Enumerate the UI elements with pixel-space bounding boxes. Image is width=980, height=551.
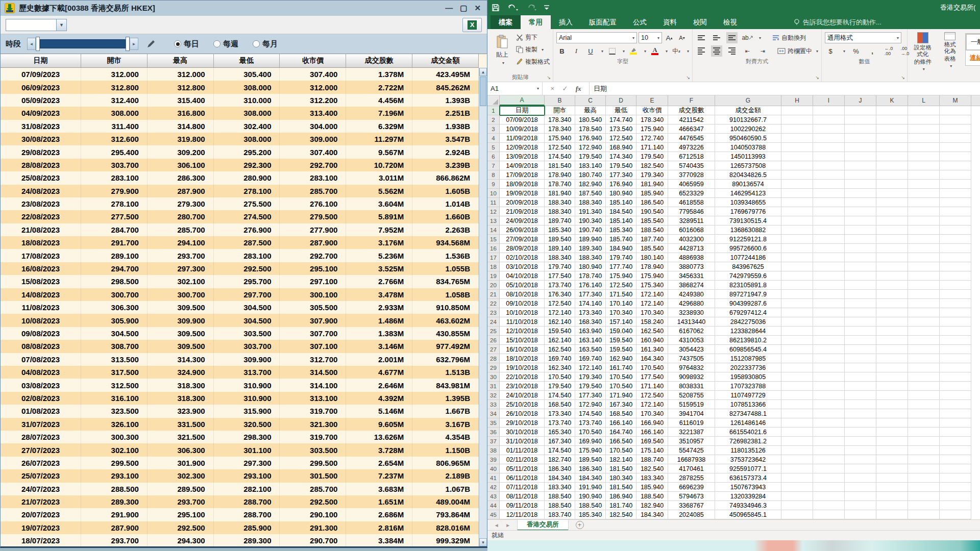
cell[interactable]: 4211542 [668,115,715,124]
cell[interactable]: 190.540 [636,207,668,216]
cell[interactable]: 190.340 [575,216,606,226]
cell[interactable] [908,180,940,189]
cell[interactable]: 4618558 [668,198,715,207]
table-row[interactable]: 15/08/2023 298.500 302.100 295.700 297.1… [1,275,479,288]
cell[interactable] [813,327,845,336]
cell[interactable]: 174.540 [545,391,575,400]
cell[interactable]: 162.540 [545,345,575,354]
cell[interactable] [813,446,845,455]
cell[interactable]: 168.540 [545,400,575,409]
cell[interactable] [845,473,876,483]
cell[interactable]: 181.740 [606,501,636,510]
cell[interactable]: 07/11/2018 [500,483,545,492]
cell[interactable]: 174.140 [575,299,606,308]
cell[interactable] [908,134,940,143]
cell[interactable] [908,455,940,464]
cell[interactable] [908,492,940,501]
cell[interactable] [781,106,813,115]
font-name-select[interactable]: Arial▾ [556,32,637,43]
cell[interactable] [813,409,845,418]
row-header[interactable]: 31 [487,382,500,391]
column-header[interactable]: J [845,95,876,106]
cell[interactable]: 174.540 [545,446,575,455]
close-button[interactable]: ✕ [474,4,481,13]
copy-button[interactable]: 複製▾ [516,44,550,55]
cell[interactable]: 188.340 [575,253,606,262]
cell[interactable]: 4170461 [668,464,715,473]
cell[interactable] [813,382,845,391]
row-header[interactable]: 29 [487,363,500,372]
cell[interactable] [845,124,876,134]
cell[interactable]: 179.540 [575,152,606,161]
cell[interactable] [845,483,876,492]
cell[interactable]: 163.540 [575,345,606,354]
cell[interactable] [845,226,876,235]
cell[interactable] [940,473,971,483]
cell[interactable] [940,464,971,473]
cell[interactable] [781,363,813,372]
cell[interactable] [781,216,813,226]
cell[interactable]: 4032300 [668,235,715,244]
table-row[interactable]: 10/08/2023 305.900 309.900 304.500 307.9… [1,314,479,327]
cell[interactable] [876,124,908,134]
cell[interactable]: 162.140 [545,336,575,345]
cell[interactable] [940,437,971,446]
cell[interactable] [845,437,876,446]
row-header[interactable]: 36 [487,428,500,437]
cell[interactable]: 188.740 [636,455,668,464]
sheet-tab[interactable]: 香港交易所 [517,520,569,531]
cell[interactable]: 189.740 [545,216,575,226]
table-row[interactable]: 27/07/2023 302.100 306.300 301.100 303.5… [1,443,479,456]
symbol-combobox[interactable]: ▼ [6,19,67,31]
cell[interactable]: 185.340 [575,510,606,519]
cell[interactable]: 1039348655 [715,198,781,207]
cell[interactable] [908,345,940,354]
align-right-button[interactable] [726,45,738,57]
cell[interactable]: 176.940 [575,134,606,143]
cell[interactable]: 6167062 [668,327,715,336]
align-top-button[interactable] [696,32,707,43]
cell[interactable] [908,189,940,198]
cell[interactable] [813,134,845,143]
cell[interactable] [813,455,845,464]
cell[interactable]: 28/09/2018 [500,244,545,253]
cell[interactable]: 6523329 [668,189,715,198]
paste-button[interactable]: 貼上▾ [491,31,514,69]
cell[interactable]: 1462954123 [715,189,781,198]
save-icon[interactable] [492,4,500,12]
cell[interactable] [940,327,971,336]
cell[interactable] [781,455,813,464]
cell[interactable]: 174.540 [575,409,606,418]
table-row[interactable]: 05/09/2023 312.400 315.400 310.000 312.2… [1,94,479,107]
cell[interactable]: 178.740 [545,180,575,189]
maximize-button[interactable]: ▢ [460,4,467,13]
cell[interactable] [940,235,971,244]
cell[interactable]: 1507673943 [715,483,781,492]
cell[interactable]: 09/10/2018 [500,299,545,308]
cell[interactable] [845,281,876,290]
table-row[interactable]: 02/08/2023 316.100 318.300 310.900 313.1… [1,392,479,405]
bold-button[interactable]: B [556,45,568,57]
cell[interactable] [813,216,845,226]
cell[interactable] [845,161,876,170]
align-left-button[interactable] [696,45,707,57]
cell[interactable] [940,492,971,501]
cell[interactable]: 189.940 [575,235,606,244]
cell[interactable] [845,382,876,391]
cell[interactable] [876,354,908,363]
cell[interactable]: 995726600.6 [715,244,781,253]
cell[interactable]: 175.340 [636,281,668,290]
cell[interactable] [940,281,971,290]
cell[interactable]: 17/09/2018 [500,170,545,180]
cell[interactable]: 1077244186 [715,253,781,262]
cell[interactable]: 171.540 [606,290,636,299]
cell[interactable]: 820434826.5 [715,170,781,180]
cell[interactable]: 08/10/2018 [500,290,545,299]
minimize-button[interactable]: — [445,4,453,13]
cell[interactable] [813,226,845,235]
cell[interactable]: 890136574 [715,180,781,189]
cell[interactable]: 190.740 [575,226,606,235]
cell[interactable]: 910132667.7 [715,115,781,124]
scroll-down-icon[interactable]: ▼ [479,538,487,546]
row-header[interactable]: 37 [487,437,500,446]
